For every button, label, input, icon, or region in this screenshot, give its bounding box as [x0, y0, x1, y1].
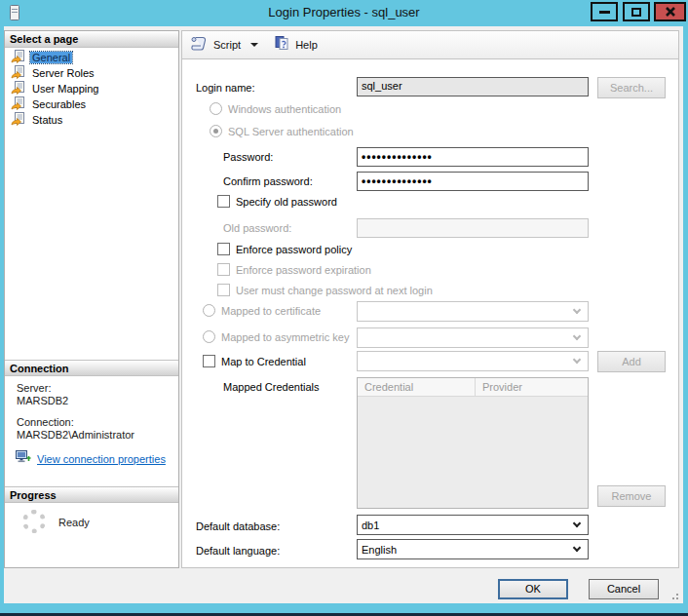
mapped-credentials-label: Mapped Credentials — [223, 381, 319, 393]
certificate-combobox[interactable] — [357, 301, 589, 322]
page-icon — [11, 81, 26, 96]
minimize-icon — [599, 11, 610, 14]
must-change-password-checkbox[interactable] — [217, 284, 230, 296]
mapped-to-asymmetric-key-label: Mapped to asymmetric key — [221, 331, 349, 343]
close-icon — [664, 5, 677, 19]
mapped-to-certificate-row: Mapped to certificate — [203, 304, 321, 317]
chevron-down-icon — [573, 356, 581, 364]
old-password-input[interactable] — [357, 218, 589, 238]
enforce-password-policy-label: Enforce password policy — [236, 244, 352, 255]
password-label: Password: — [223, 151, 273, 163]
close-button[interactable] — [654, 2, 686, 21]
script-icon — [190, 36, 208, 55]
progress-spinner-icon — [22, 510, 46, 533]
sidebar-item-general[interactable]: General — [5, 50, 178, 65]
maximize-button[interactable] — [623, 2, 650, 21]
sidebar-item-label: Securables — [30, 98, 88, 110]
server-value: MARSDB2 — [17, 395, 68, 406]
chevron-down-icon — [573, 332, 581, 340]
login-name-input[interactable]: sql_user — [357, 77, 589, 96]
mapped-to-certificate-radio[interactable] — [203, 304, 215, 317]
connection-header: Connection — [5, 360, 178, 376]
map-to-credential-row: Map to Credential — [203, 355, 306, 367]
page-tree: General Server Roles User Mapping Secura… — [5, 50, 178, 128]
mapped-to-certificate-label: Mapped to certificate — [221, 305, 321, 317]
add-button[interactable]: Add — [597, 351, 666, 372]
view-connection-properties-link[interactable]: View connection properties — [37, 453, 166, 465]
mapped-credentials-table[interactable]: Credential Provider — [357, 377, 589, 509]
confirm-password-label: Confirm password: — [223, 175, 313, 187]
must-change-password-label: User must change password at next login — [236, 285, 433, 296]
specify-old-password-row: Specify old password — [217, 195, 337, 208]
sidebar-item-label: Status — [30, 114, 64, 126]
default-language-label: Default language: — [196, 545, 280, 557]
toolbar: Script Help — [181, 30, 679, 59]
login-name-label: Login name: — [196, 82, 255, 94]
page-icon — [11, 96, 26, 112]
enforce-password-expiration-label: Enforce password expiration — [236, 264, 371, 276]
sidebar-item-server-roles[interactable]: Server Roles — [5, 65, 178, 81]
asymmetric-key-combobox[interactable] — [357, 327, 589, 348]
cancel-button[interactable]: Cancel — [589, 579, 659, 599]
title-bar[interactable]: Login Properties - sql_user — [0, 0, 688, 26]
password-input[interactable]: •••••••••••••• — [357, 147, 589, 167]
default-language-value: English — [362, 544, 574, 556]
enforce-password-expiration-checkbox[interactable] — [217, 263, 230, 276]
general-page-panel: Login name: sql_user Search... Windows a… — [181, 59, 679, 568]
connection-label: Connection: — [17, 416, 74, 428]
map-to-credential-checkbox[interactable] — [203, 355, 215, 367]
credentials-table-header: Credential Provider — [358, 378, 588, 397]
remove-button[interactable]: Remove — [597, 485, 666, 507]
help-icon — [274, 35, 289, 55]
login-properties-window: Login Properties - sql_user Select a pag… — [0, 0, 688, 616]
dialog-client-area: Select a page General Server Roles User … — [4, 26, 683, 603]
map-to-credential-label: Map to Credential — [221, 356, 306, 367]
must-change-password-row: User must change password at next login — [217, 284, 433, 296]
specify-old-password-checkbox[interactable] — [217, 195, 230, 208]
sidebar-item-securables[interactable]: Securables — [5, 96, 178, 112]
default-database-label: Default database: — [196, 520, 280, 532]
provider-column-header[interactable]: Provider — [476, 378, 522, 396]
search-button[interactable]: Search... — [597, 77, 666, 98]
confirm-password-input[interactable]: •••••••••••••• — [357, 172, 589, 191]
credential-column-header[interactable]: Credential — [358, 378, 476, 396]
old-password-label: Old password: — [223, 222, 291, 234]
sidebar-item-status[interactable]: Status — [5, 112, 178, 128]
enforce-password-policy-checkbox[interactable] — [217, 243, 230, 255]
help-button[interactable]: Help — [295, 39, 318, 51]
window-title: Login Properties - sql_user — [0, 5, 688, 19]
mapped-to-asymmetric-key-radio[interactable] — [203, 330, 215, 343]
specify-old-password-label: Specify old password — [236, 196, 337, 208]
sidebar-item-user-mapping[interactable]: User Mapping — [5, 81, 178, 96]
sidebar-item-label: General — [30, 52, 72, 63]
sql-authentication-label: SQL Server authentication — [228, 126, 354, 137]
page-icon — [11, 112, 26, 128]
windows-authentication-label: Windows authentication — [228, 103, 341, 115]
maximize-icon — [631, 8, 641, 17]
credential-combobox[interactable] — [357, 351, 589, 371]
sidebar-item-label: User Mapping — [30, 83, 100, 95]
server-label: Server: — [17, 382, 51, 394]
sql-authentication-radio[interactable] — [210, 125, 222, 137]
sidebar: Select a page General Server Roles User … — [4, 30, 179, 568]
windows-authentication-radio[interactable] — [210, 102, 222, 115]
page-icon — [11, 50, 26, 65]
page-icon — [11, 65, 26, 81]
script-button[interactable]: Script — [213, 39, 241, 51]
minimize-button[interactable] — [591, 2, 618, 21]
resize-grip[interactable] — [669, 590, 678, 599]
default-database-combobox[interactable]: db1 — [357, 515, 589, 535]
ok-button[interactable]: OK — [498, 579, 568, 599]
mapped-to-asymmetric-key-row: Mapped to asymmetric key — [203, 330, 349, 343]
windows-authentication-row: Windows authentication — [210, 102, 341, 115]
script-dropdown-icon[interactable] — [250, 43, 258, 47]
chevron-down-icon — [573, 520, 581, 527]
connection-properties-icon — [15, 449, 32, 468]
connection-value: MARSDB2\Administrator — [17, 429, 134, 441]
select-a-page-header: Select a page — [5, 31, 178, 48]
default-database-value: db1 — [362, 520, 574, 531]
progress-status: Ready — [58, 517, 90, 528]
default-language-combobox[interactable]: English — [357, 539, 589, 559]
enforce-password-expiration-row: Enforce password expiration — [217, 263, 371, 276]
sql-authentication-row: SQL Server authentication — [210, 125, 354, 137]
